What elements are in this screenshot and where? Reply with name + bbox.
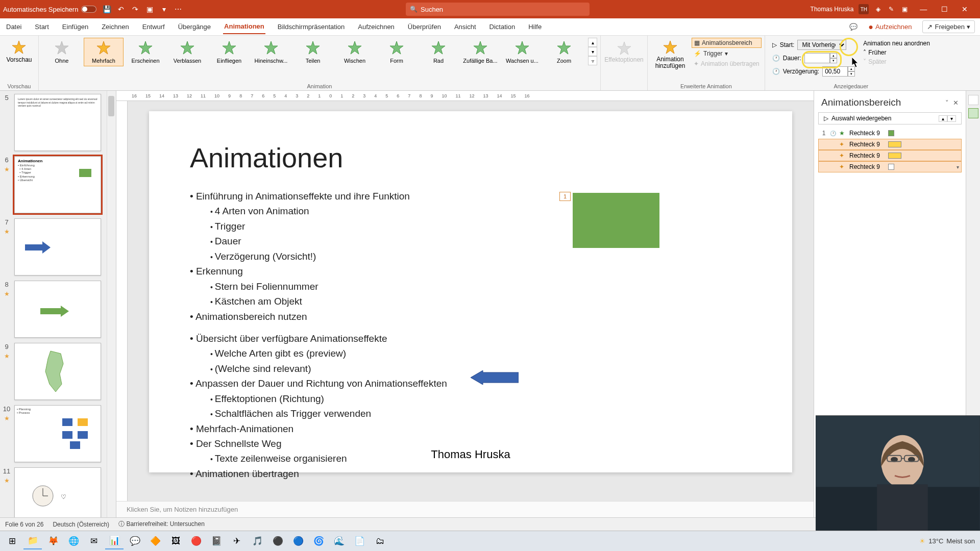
anim-gallery-item[interactable]: Ohne (42, 38, 82, 66)
anim-gallery-item[interactable]: Erscheinen (126, 38, 165, 66)
preview-button[interactable]: Vorschau (3, 38, 35, 65)
app-icon-4[interactable]: 🎵 (248, 533, 266, 549)
spin-up[interactable]: ▴ (848, 66, 855, 71)
slide-title[interactable]: Animationen (190, 142, 751, 173)
anim-gallery-item[interactable]: Zoom (544, 38, 584, 66)
add-animation-button[interactable]: Animation hinzufügen (651, 38, 690, 71)
obs-icon[interactable]: ⚫ (268, 533, 287, 549)
tab-ueberpruefen[interactable]: Überprüfen (407, 20, 442, 34)
diamond-icon[interactable]: ◈ (874, 5, 882, 13)
spin-down[interactable]: ▾ (848, 71, 855, 77)
earlier-button[interactable]: ˄Früher (863, 49, 930, 56)
bullet[interactable]: Dauer (210, 234, 751, 248)
pane-close-icon[interactable]: ✕ (953, 99, 959, 107)
bullet[interactable]: Trigger (210, 219, 751, 234)
autosave-toggle[interactable]: Automatisches Speichern (3, 6, 96, 13)
spin-down[interactable]: ▾ (830, 58, 837, 63)
duration-control[interactable]: 🕐 Dauer: ▴▾ (772, 53, 855, 63)
bullet[interactable]: Effektoptionen (Richtung) (210, 391, 751, 406)
app-icon-2[interactable]: 🖼 (166, 533, 185, 549)
tab-hilfe[interactable]: Hilfe (527, 20, 543, 34)
anim-gallery-item[interactable]: Form (377, 38, 416, 66)
tab-datei[interactable]: Datei (5, 20, 22, 34)
animation-list-item[interactable]: ✦Rechteck 9 (818, 150, 962, 161)
spin-up[interactable]: ▴ (830, 53, 837, 58)
search-box[interactable]: 🔍 (406, 3, 590, 16)
side-tab-2[interactable] (968, 108, 978, 118)
anim-gallery-item[interactable]: Zufällige Ba... (460, 38, 500, 66)
more-icon[interactable]: ⋯ (173, 4, 183, 14)
weather-widget[interactable]: ☀ 13°C Meist son (919, 537, 975, 545)
start-control[interactable]: ▷ Start: Mit Vorheriger (772, 40, 855, 50)
powerpoint-icon[interactable]: 📊 (105, 533, 124, 549)
blue-arrow-shape[interactable] (471, 370, 519, 385)
anim-gallery-item[interactable]: Einfliegen (209, 38, 249, 66)
anim-gallery-item[interactable]: Hineinschw... (251, 38, 291, 66)
gallery-more[interactable]: ▿ (588, 56, 597, 65)
slide-canvas[interactable]: Animationen Einführung in Animationseffe… (149, 111, 792, 472)
anim-gallery-item[interactable]: Mehrfach (84, 38, 124, 66)
tab-animationen[interactable]: Animationen (223, 19, 265, 34)
undo-icon[interactable]: ↶ (116, 4, 126, 14)
anim-gallery-item[interactable]: Verblassen (167, 38, 207, 66)
edge-icon[interactable]: 🌊 (330, 533, 348, 549)
delay-control[interactable]: 🕐 Verzögerung: ▴▾ (772, 66, 855, 77)
move-up-button[interactable]: ▴ (939, 115, 947, 122)
slide-counter[interactable]: Folie 6 von 26 (5, 521, 43, 528)
share-button[interactable]: ↗Freigeben▾ (922, 20, 975, 33)
tab-ansicht[interactable]: Ansicht (453, 20, 477, 34)
start-button[interactable]: ⊞ (3, 533, 21, 549)
minimize-button[interactable]: — (914, 2, 933, 16)
close-button[interactable]: ✕ (955, 2, 974, 16)
user-name[interactable]: Thomas Hruska (811, 6, 854, 13)
search-input[interactable] (421, 6, 585, 13)
anim-gallery-item[interactable]: Wachsen u... (502, 38, 542, 66)
tab-entwurf[interactable]: Entwurf (141, 20, 166, 34)
telegram-icon[interactable]: ✈ (228, 533, 246, 549)
window-icon[interactable]: ▣ (900, 5, 909, 13)
outlook-icon[interactable]: ✉ (85, 533, 103, 549)
tab-bildschirmpraesentation[interactable]: Bildschirmpräsentation (277, 20, 346, 34)
app-icon-7[interactable]: 📄 (350, 533, 369, 549)
comments-icon[interactable]: 💬 (849, 23, 857, 31)
bullet[interactable]: Übersicht über verfügbare Animationseffe… (190, 331, 751, 346)
gallery-up[interactable]: ▴ (588, 38, 597, 47)
slide-thumbnail[interactable]: 7★ (2, 218, 114, 276)
tab-aufzeichnen[interactable]: Aufzeichnen (357, 20, 396, 34)
bullet[interactable]: Verzögerung (Vorsicht!) (210, 249, 751, 264)
author-name[interactable]: Thomas Hruska (431, 448, 510, 461)
anim-gallery-item[interactable]: Wischen (335, 38, 375, 66)
animation-tag[interactable]: 1 (559, 192, 571, 201)
slide-thumbnail[interactable]: 9★ (2, 343, 114, 400)
trigger-button[interactable]: ⚡ Trigger ▾ (692, 49, 762, 58)
bullet[interactable]: Animationen übertragen (190, 466, 751, 481)
bullet[interactable]: Kästchen am Objekt (210, 294, 751, 309)
animation-list-item[interactable]: ✦Rechteck 9 (818, 139, 962, 150)
tab-zeichnen[interactable]: Zeichnen (101, 20, 130, 34)
bullet[interactable]: Schaltflächen als Trigger verwenden (210, 406, 751, 421)
play-selection-button[interactable]: ▷Auswahl wiedergeben ▴▾ (818, 112, 962, 124)
firefox-icon[interactable]: 🦊 (44, 533, 62, 549)
language-status[interactable]: Deutsch (Österreich) (53, 521, 109, 528)
item-dropdown-icon[interactable]: ▾ (957, 164, 959, 170)
animation-list-item[interactable]: 1🕐★Rechteck 9 (818, 128, 962, 139)
onenote-icon[interactable]: 📓 (207, 533, 226, 549)
thumbnail-scrollbar[interactable] (107, 91, 116, 517)
redo-icon[interactable]: ↷ (130, 4, 140, 14)
duration-input[interactable] (804, 53, 830, 63)
notes-placeholder[interactable]: Klicken Sie, um Notizen hinzuzufügen (116, 501, 814, 517)
tab-uebergaenge[interactable]: Übergänge (177, 20, 212, 34)
anim-gallery-item[interactable]: Teilen (293, 38, 333, 66)
bullet[interactable]: Erkennung (190, 264, 751, 279)
slide-thumbnail[interactable]: 8★ (2, 281, 114, 338)
tab-einfuegen[interactable]: Einfügen (61, 20, 89, 34)
tab-dictation[interactable]: Dictation (488, 20, 517, 34)
app-icon-6[interactable]: 🌀 (309, 533, 328, 549)
app-icon-5[interactable]: 🔵 (289, 533, 307, 549)
move-down-button[interactable]: ▾ (947, 115, 956, 122)
animation-pane-button[interactable]: ▦ Animationsbereich (692, 38, 762, 48)
pen-icon[interactable]: ✎ (887, 5, 895, 13)
record-button[interactable]: ●Aufzeichnen (864, 20, 916, 34)
side-tab-1[interactable] (968, 95, 978, 105)
anim-gallery-item[interactable]: Rad (419, 38, 458, 66)
